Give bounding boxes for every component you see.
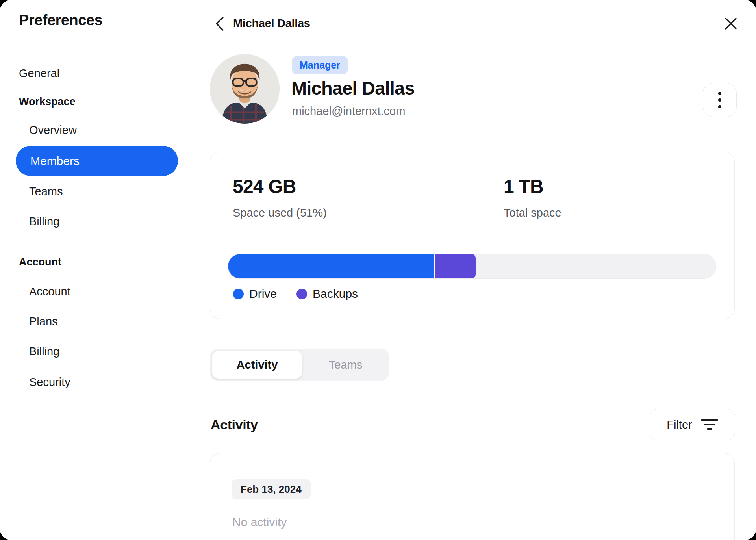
sidebar-item-security[interactable]: Security — [29, 374, 70, 390]
tab-teams[interactable]: Teams — [302, 351, 389, 379]
sidebar-item-billing-workspace[interactable]: Billing — [29, 213, 59, 229]
sidebar-item-billing-account[interactable]: Billing — [29, 343, 59, 359]
sidebar-header-account: Account — [19, 254, 61, 270]
tab-activity[interactable]: Activity — [212, 351, 302, 379]
chevron-left-icon — [215, 16, 225, 32]
sidebar-item-members[interactable]: Members — [16, 146, 178, 176]
storage-usage-bar — [228, 254, 716, 279]
sidebar-item-account[interactable]: Account — [29, 284, 70, 299]
space-used-value: 524 GB — [233, 176, 296, 197]
backups-legend-dot — [296, 289, 307, 299]
kebab-menu-icon — [718, 92, 721, 108]
close-button[interactable] — [722, 15, 739, 32]
total-space-label: Total space — [504, 206, 561, 219]
member-options-button[interactable] — [703, 83, 737, 117]
member-detail-panel: Michael Dallas — [189, 0, 756, 540]
stat-divider — [476, 172, 476, 231]
usage-segment-backups — [435, 254, 476, 278]
drive-legend-label: Drive — [249, 287, 277, 301]
total-space-value: 1 TB — [504, 176, 543, 197]
close-icon — [724, 17, 737, 30]
usage-legend: Drive Backups — [233, 287, 358, 301]
usage-segment-drive — [228, 254, 435, 278]
filter-button-label: Filter — [667, 418, 692, 431]
sidebar-item-plans[interactable]: Plans — [29, 314, 58, 329]
filter-lines-icon — [701, 419, 718, 430]
activity-empty-text: No activity — [232, 516, 287, 529]
sidebar-item-overview[interactable]: Overview — [29, 122, 77, 138]
sidebar-item-general[interactable]: General — [19, 65, 59, 81]
preferences-dialog: Preferences General Workspace Overview M… — [0, 0, 756, 540]
filter-button[interactable]: Filter — [650, 409, 735, 440]
sidebar: Preferences General Workspace Overview M… — [0, 0, 189, 540]
sidebar-item-members-label: Members — [30, 154, 80, 168]
role-badge: Manager — [292, 56, 348, 74]
member-email: michael@internxt.com — [292, 105, 405, 118]
back-button[interactable] — [211, 15, 228, 32]
activity-heading: Activity — [211, 417, 258, 432]
space-used-label: Space used (51%) — [233, 206, 327, 219]
backups-legend-label: Backups — [313, 287, 358, 301]
sidebar-header-workspace: Workspace — [19, 94, 76, 109]
avatar — [210, 54, 280, 124]
drive-legend-dot — [233, 289, 244, 299]
sidebar-item-teams[interactable]: Teams — [29, 184, 63, 199]
storage-card: 524 GB Space used (51%) 1 TB Total space… — [210, 152, 735, 319]
member-name: Michael Dallas — [291, 77, 415, 99]
activity-date-badge: Feb 13, 2024 — [232, 479, 311, 499]
detail-tabs: Activity Teams — [210, 349, 389, 381]
topbar-title: Michael Dallas — [233, 17, 310, 30]
activity-card: Feb 13, 2024 No activity — [210, 453, 735, 540]
page-title: Preferences — [19, 12, 102, 29]
